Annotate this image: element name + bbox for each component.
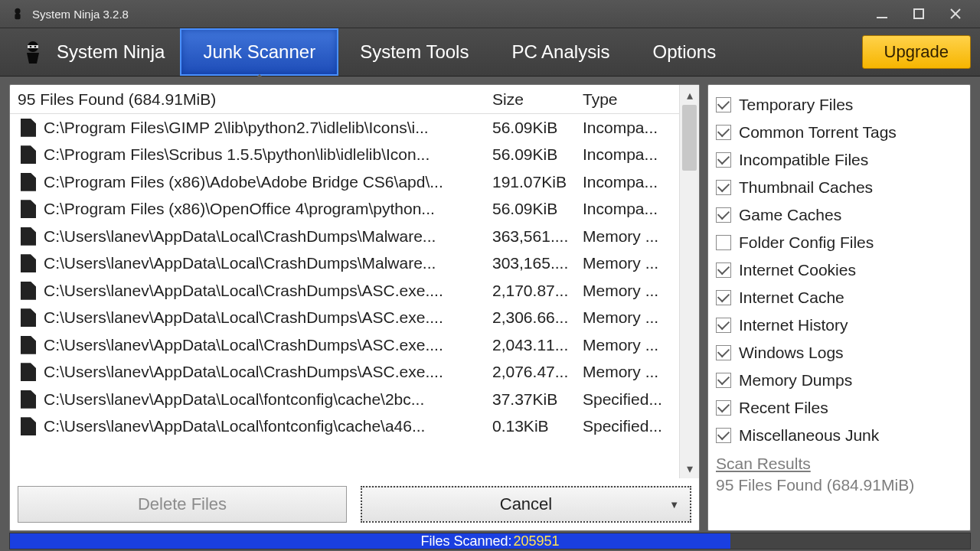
cell-path: C:\Program Files\Scribus 1.5.5\python\li… [44,145,489,164]
table-row[interactable]: C:\Program Files\Scribus 1.5.5\python\li… [10,142,679,169]
checkbox[interactable] [716,207,731,223]
table-row[interactable]: C:\Users\lanev\AppData\Local\CrashDumps\… [10,250,679,278]
header-size[interactable]: Size [489,90,580,109]
category-item[interactable]: Miscellaneous Junk [716,422,961,448]
checkbox[interactable] [716,345,731,360]
checkbox[interactable] [716,180,731,195]
scan-results-link[interactable]: Scan Results [716,455,961,473]
cell-path: C:\Users\lanev\AppData\Local\CrashDumps\… [44,282,489,300]
category-item[interactable]: Thumbnail Caches [716,174,961,201]
cancel-button[interactable]: Cancel ▼ [361,486,691,523]
scroll-up-icon[interactable]: ▴ [680,85,699,105]
progress-bar: Files Scanned: 205951 [9,533,971,549]
checkbox[interactable] [716,125,731,140]
cell-type: Specified... [580,390,679,409]
cell-path: C:\Program Files (x86)\OpenOffice 4\prog… [44,200,489,218]
table-row[interactable]: C:\Users\lanev\AppData\Local\fontconfig\… [10,386,679,413]
checkbox[interactable] [716,152,731,168]
category-label: Windows Logs [739,344,844,362]
table-row[interactable]: C:\Program Files (x86)\OpenOffice 4\prog… [10,196,679,223]
table-header: 95 Files Found (684.91MiB) Size Type [10,85,679,114]
scroll-thumb[interactable] [682,105,697,171]
cell-type: Incompa... [580,119,679,137]
file-icon [21,282,36,300]
progress-text: Files Scanned: [420,533,511,549]
category-label: Folder Config Files [739,233,874,252]
category-item[interactable]: Game Caches [716,201,961,228]
header-summary: 95 Files Found (684.91MiB) [10,90,489,109]
file-icon [21,254,36,272]
cell-path: C:\Users\lanev\AppData\Local\CrashDumps\… [44,363,489,381]
tab-pc-analysis[interactable]: PC Analysis [490,28,631,76]
tab-label: Options [652,41,716,63]
upgrade-button[interactable]: Upgrade [862,35,971,69]
cell-size: 2,170.87... [489,282,580,300]
titlebar: System Ninja 3.2.8 [0,0,980,28]
close-button[interactable] [937,3,974,24]
category-item[interactable]: Memory Dumps [716,367,961,393]
scroll-track[interactable] [680,105,699,458]
category-label: Recent Files [739,399,828,417]
file-icon [21,200,36,218]
cell-type: Memory ... [580,363,679,381]
category-item[interactable]: Recent Files [716,394,961,421]
app-window: System Ninja 3.2.8 System Ninja Junk Sca… [0,0,980,551]
category-item[interactable]: Internet Cache [716,284,961,311]
vertical-scrollbar[interactable]: ▴ ▾ [679,85,699,478]
action-bar: Delete Files Cancel ▼ [10,478,699,530]
file-icon [21,119,36,137]
category-item[interactable]: Temporary Files [716,91,961,118]
table-row[interactable]: C:\Users\lanev\AppData\Local\CrashDumps\… [10,305,679,332]
svg-rect-7 [28,45,38,48]
category-item[interactable]: Folder Config Files [716,229,961,256]
table-row[interactable]: C:\Users\lanev\AppData\Local\CrashDumps\… [10,277,679,305]
category-label: Temporary Files [739,96,853,114]
checkbox[interactable] [716,235,731,250]
main-navbar: System Ninja Junk Scanner System Tools P… [0,28,980,77]
category-item[interactable]: Common Torrent Tags [716,119,961,145]
table-row[interactable]: C:\Users\lanev\AppData\Local\CrashDumps\… [10,331,679,359]
checkbox[interactable] [716,428,731,443]
header-type[interactable]: Type [580,90,679,109]
minimize-button[interactable] [864,3,900,24]
cell-path: C:\Users\lanev\AppData\Local\CrashDumps\… [44,254,489,272]
checkbox[interactable] [716,373,731,388]
table-row[interactable]: C:\Users\lanev\AppData\Local\CrashDumps\… [10,223,679,250]
category-item[interactable]: Internet Cookies [716,256,961,283]
cell-path: C:\Users\lanev\AppData\Local\fontconfig\… [44,417,489,435]
table-row[interactable]: C:\Users\lanev\AppData\Local\CrashDumps\… [10,359,679,386]
tab-options[interactable]: Options [631,28,737,76]
category-item[interactable]: Windows Logs [716,339,961,366]
cell-path: C:\Users\lanev\AppData\Local\CrashDumps\… [44,336,489,354]
button-label: Delete Files [138,494,227,514]
tab-label: System Tools [360,41,469,63]
file-list-panel: 95 Files Found (684.91MiB) Size Type C:\… [9,84,700,531]
tab-system-tools[interactable]: System Tools [338,28,490,76]
category-label: Internet Cache [739,289,844,307]
checkbox[interactable] [716,262,731,278]
checkbox[interactable] [716,318,731,333]
table-row[interactable]: C:\Program Files (x86)\Adobe\Adobe Bridg… [10,168,679,196]
scroll-down-icon[interactable]: ▾ [680,458,699,478]
file-icon [21,173,36,191]
checkbox[interactable] [716,97,731,112]
cell-path: C:\Program Files (x86)\Adobe\Adobe Bridg… [44,173,489,191]
table-row[interactable]: C:\Users\lanev\AppData\Local\fontconfig\… [10,413,679,441]
file-table: 95 Files Found (684.91MiB) Size Type C:\… [10,85,679,478]
delete-files-button[interactable]: Delete Files [18,486,347,523]
tab-junk-scanner[interactable]: Junk Scanner [180,28,338,76]
category-item[interactable]: Incompatible Files [716,146,961,173]
svg-rect-3 [914,9,923,18]
checkbox[interactable] [716,400,731,416]
cell-size: 2,043.11... [489,336,580,354]
table-row[interactable]: C:\Program Files\GIMP 2\lib\python2.7\id… [10,114,679,142]
category-item[interactable]: Internet History [716,311,961,338]
file-icon [21,363,36,381]
cell-type: Memory ... [580,336,679,354]
checkbox[interactable] [716,290,731,305]
cell-size: 0.13KiB [489,417,580,435]
cell-path: C:\Users\lanev\AppData\Local\fontconfig\… [44,390,489,409]
maximize-button[interactable] [900,3,937,24]
cell-path: C:\Users\lanev\AppData\Local\CrashDumps\… [44,308,489,327]
category-label: Game Caches [739,206,841,224]
